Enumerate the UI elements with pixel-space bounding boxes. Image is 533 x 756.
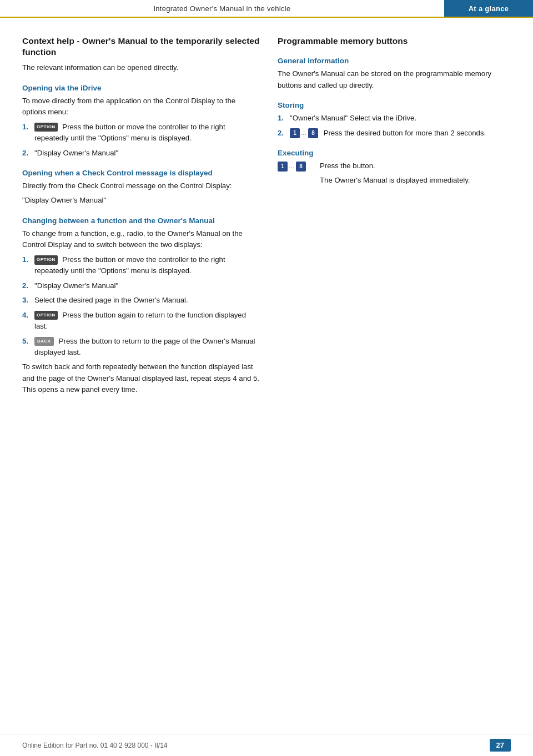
storing-steps: 1. "Owner's Manual" Select via the iDriv…	[278, 113, 511, 139]
header-left-text: Integrated Owner's Manual in the vehicle	[0, 0, 444, 17]
memory-button-icon-executing: 1 … 8	[278, 160, 316, 172]
right-column: Programmable memory buttons General info…	[278, 36, 511, 399]
changing-step-2: 2. "Display Owner's Manual"	[22, 280, 260, 291]
executing-line2: The Owner's Manual is displayed immediat…	[320, 175, 470, 186]
changing-body: To change from a function, e.g., radio, …	[22, 228, 260, 251]
right-main-title: Programmable memory buttons	[278, 36, 511, 47]
idrive-steps: 1. OPTION Press the button or move the c…	[22, 122, 260, 159]
executing-line1: Press the button.	[320, 160, 470, 172]
footer-text: Online Edition for Part no. 01 40 2 928 …	[22, 742, 168, 749]
option-icon-2: OPTION	[34, 255, 58, 264]
changing-step-5: 5. BACK Press the button to return to th…	[22, 336, 260, 359]
page-footer: Online Edition for Part no. 01 40 2 928 …	[0, 734, 533, 756]
check-control-body: Directly from the Check Control message …	[22, 180, 260, 191]
changing-step-1: 1. OPTION Press the button or move the c…	[22, 254, 260, 277]
left-main-title: Context help - Owner's Manual to the tem…	[22, 36, 260, 58]
option-icon-1: OPTION	[34, 123, 58, 132]
executing-text-block: Press the button. The Owner's Manual is …	[320, 160, 470, 190]
idrive-step-1: 1. OPTION Press the button or move the c…	[22, 122, 260, 144]
idrive-body: To move directly from the application on…	[22, 95, 260, 118]
subsection-title-executing: Executing	[278, 149, 511, 157]
changing-footer-text: To switch back and forth repeatedly betw…	[22, 361, 260, 395]
general-info-body: The Owner's Manual can be stored on the …	[278, 68, 511, 91]
subsection-title-idrive: Opening via the iDrive	[22, 84, 260, 92]
check-control-quote: "Display Owner's Manual"	[22, 195, 260, 206]
header-right-text: At a glance	[444, 0, 533, 17]
changing-step-3: 3. Select the desired page in the Owner'…	[22, 295, 260, 306]
executing-block: 1 … 8 Press the button. The Owner's Manu…	[278, 160, 511, 190]
subsection-title-general-info: General information	[278, 57, 511, 65]
idrive-step-2: 2. "Display Owner's Manual"	[22, 148, 260, 159]
changing-step-4: 4. OPTION Press the button again to retu…	[22, 310, 260, 332]
memory-button-icon-storing: 1 … 8	[290, 128, 318, 138]
option-icon-3: OPTION	[34, 311, 58, 320]
section-title-header: At a glance	[469, 4, 509, 13]
changing-steps: 1. OPTION Press the button or move the c…	[22, 254, 260, 359]
back-icon: BACK	[34, 337, 54, 346]
left-intro-text: The relevant information can be opened d…	[22, 62, 260, 73]
subsection-title-changing: Changing between a function and the Owne…	[22, 216, 260, 225]
main-content: Context help - Owner's Manual to the tem…	[0, 18, 533, 432]
storing-step-1: 1. "Owner's Manual" Select via the iDriv…	[278, 113, 511, 124]
chapter-title: Integrated Owner's Manual in the vehicle	[153, 4, 290, 13]
page-number: 27	[490, 739, 511, 752]
page-header: Integrated Owner's Manual in the vehicle…	[0, 0, 533, 18]
storing-step-2: 2. 1 … 8 Press the desired button for mo…	[278, 128, 511, 139]
subsection-title-check-control: Opening when a Check Control message is …	[22, 169, 260, 177]
left-column: Context help - Owner's Manual to the tem…	[22, 36, 260, 399]
subsection-title-storing: Storing	[278, 101, 511, 109]
